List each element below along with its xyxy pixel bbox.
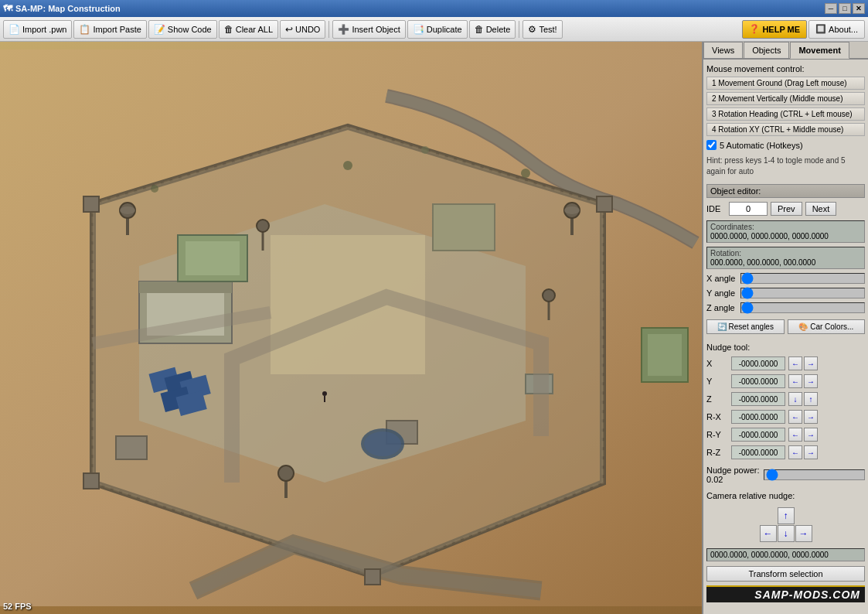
nudge-ry-right[interactable]: → — [804, 428, 818, 442]
action-buttons-row: 🔄 Reset angles 🎨 Car Colors... — [706, 319, 865, 334]
nudge-power-label: Nudge power: 0.02 — [706, 466, 761, 484]
nudge-y-row: Y ← → — [706, 374, 865, 388]
nudge-y-left[interactable]: ← — [788, 374, 802, 388]
movement-item-3[interactable]: 3 Rotation Heading (CTRL + Left mouse) — [706, 107, 865, 121]
nudge-ry-left[interactable]: ← — [788, 428, 802, 442]
delete-button[interactable]: 🗑 Delete — [469, 20, 516, 39]
nudge-header: Nudge tool: — [706, 343, 865, 352]
svg-point-24 — [543, 289, 555, 302]
nudge-y-input[interactable] — [731, 374, 785, 388]
camera-right-button[interactable]: → — [795, 525, 812, 542]
nudge-x-input[interactable] — [731, 356, 785, 370]
z-angle-label: Z angle — [706, 303, 737, 312]
toolbar: 📄 Import .pwn 📋 Import Paste 📝 Show Code… — [0, 17, 868, 42]
auto-hotkeys-checkbox[interactable] — [706, 140, 717, 150]
branding: SAMP-MODS.COM — [706, 585, 865, 602]
help-button[interactable]: ❓ HELP ME — [742, 20, 807, 39]
movement-item-1[interactable]: 1 Movement Ground (Drag Left mouse) — [706, 77, 865, 90]
svg-rect-5 — [139, 281, 232, 293]
nudge-rz-arrows: ← → — [788, 445, 818, 459]
test-button[interactable]: ⚙ Test! — [523, 20, 562, 39]
nudge-x-left[interactable]: ← — [788, 356, 802, 370]
tab-views[interactable]: Views — [703, 42, 743, 58]
nudge-rx-row: R-X ← → — [706, 410, 865, 424]
next-button[interactable]: Next — [805, 202, 837, 216]
nudge-ry-arrows: ← → — [788, 428, 818, 442]
viewport[interactable]: 52 FPS — [0, 42, 702, 614]
duplicate-button[interactable]: 📑 Duplicate — [407, 20, 468, 39]
minimize-button[interactable]: ─ — [825, 3, 837, 14]
nudge-rz-row: R-Z ← → — [706, 445, 865, 459]
close-button[interactable]: ✕ — [853, 3, 865, 14]
car-colors-button[interactable]: 🎨 Car Colors... — [788, 319, 866, 334]
x-angle-row: X angle — [706, 273, 865, 284]
movement-item-4[interactable]: 4 Rotation XY (CTRL + Middle mouse) — [706, 123, 865, 136]
hint-text: Hint: press keys 1-4 to togle mode and 5… — [706, 155, 865, 177]
svg-point-42 — [322, 391, 327, 396]
nudge-rx-left[interactable]: ← — [788, 410, 802, 424]
ide-input[interactable] — [729, 202, 768, 216]
svg-rect-27 — [116, 436, 147, 459]
rotation-header: Rotation: — [710, 249, 861, 258]
import-paste-button[interactable]: 📋 Import Paste — [73, 20, 146, 39]
panel-content: Mouse movement control: 1 Movement Groun… — [703, 60, 868, 614]
import-pwn-icon: 📄 — [9, 24, 20, 35]
import-paste-icon: 📋 — [79, 24, 90, 35]
insert-object-button[interactable]: ➕ Insert Object — [332, 20, 405, 39]
y-angle-slider[interactable] — [740, 288, 865, 298]
nudge-z-down[interactable]: ↓ — [788, 392, 802, 406]
camera-up-button[interactable]: ↑ — [778, 507, 795, 524]
z-angle-slider[interactable] — [740, 302, 865, 313]
svg-rect-33 — [648, 334, 682, 376]
import-pwn-button[interactable]: 📄 Import .pwn — [3, 20, 72, 39]
nudge-rx-label: R-X — [706, 412, 728, 421]
svg-point-17 — [120, 206, 135, 214]
nudge-z-input[interactable] — [731, 392, 785, 406]
camera-down-button[interactable]: ↓ — [778, 525, 795, 542]
nudge-rz-left[interactable]: ← — [788, 445, 802, 459]
clear-icon: 🗑 — [224, 24, 233, 35]
camera-left-button[interactable]: ← — [760, 525, 777, 542]
nudge-rz-input[interactable] — [731, 445, 785, 459]
clear-all-button[interactable]: 🗑 Clear ALL — [219, 20, 278, 39]
undo-icon: ↩ — [285, 24, 293, 35]
about-icon: 🔲 — [815, 24, 826, 34]
ide-label: IDE — [706, 204, 726, 213]
svg-rect-41 — [365, 569, 380, 585]
svg-point-36 — [151, 185, 158, 193]
auto-hotkeys-label: 5 Automatic (Hotkeys) — [720, 141, 803, 150]
undo-button[interactable]: ↩ UNDO — [280, 20, 325, 39]
rotation-value: 000.0000, 000.0000, 000.0000 — [710, 258, 861, 267]
right-panel: Views Objects Movement Mouse movement co… — [702, 42, 868, 614]
nudge-z-row: Z ↓ ↑ — [706, 392, 865, 406]
nudge-rx-right[interactable]: → — [804, 410, 818, 424]
duplicate-icon: 📑 — [413, 24, 424, 35]
tab-movement[interactable]: Movement — [790, 42, 849, 59]
svg-rect-40 — [83, 473, 99, 489]
movement-item-2[interactable]: 2 Movement Vertically (Middle mouse) — [706, 92, 865, 105]
maximize-button[interactable]: □ — [839, 3, 851, 14]
svg-rect-7 — [186, 241, 240, 275]
nudge-z-up[interactable]: ↑ — [804, 392, 818, 406]
nudge-ry-row: R-Y ← → — [706, 428, 865, 442]
nudge-rz-right[interactable]: → — [804, 445, 818, 459]
x-angle-slider[interactable] — [740, 273, 865, 284]
ide-row: IDE Prev Next — [706, 202, 865, 216]
reset-angles-button[interactable]: 🔄 Reset angles — [706, 319, 785, 334]
nudge-y-right[interactable]: → — [804, 374, 818, 388]
transform-selection-button[interactable]: Transform selection — [706, 566, 865, 582]
prev-button[interactable]: Prev — [771, 202, 802, 216]
nudge-power-slider[interactable] — [764, 469, 865, 480]
nudge-y-arrows: ← → — [788, 374, 818, 388]
tab-objects[interactable]: Objects — [744, 42, 789, 58]
movement-section-label: Mouse movement control: — [706, 64, 865, 73]
nudge-x-right[interactable]: → — [804, 356, 818, 370]
nudge-ry-input[interactable] — [731, 428, 785, 442]
separator-2 — [519, 21, 519, 38]
nudge-power-row: Nudge power: 0.02 — [706, 466, 865, 484]
nudge-rx-input[interactable] — [731, 410, 785, 424]
show-code-button[interactable]: 📝 Show Code — [148, 20, 217, 39]
about-button[interactable]: 🔲 About... — [808, 20, 865, 39]
main-content: 52 FPS Views Objects Movement Mouse move… — [0, 42, 868, 614]
svg-rect-8 — [433, 204, 495, 251]
